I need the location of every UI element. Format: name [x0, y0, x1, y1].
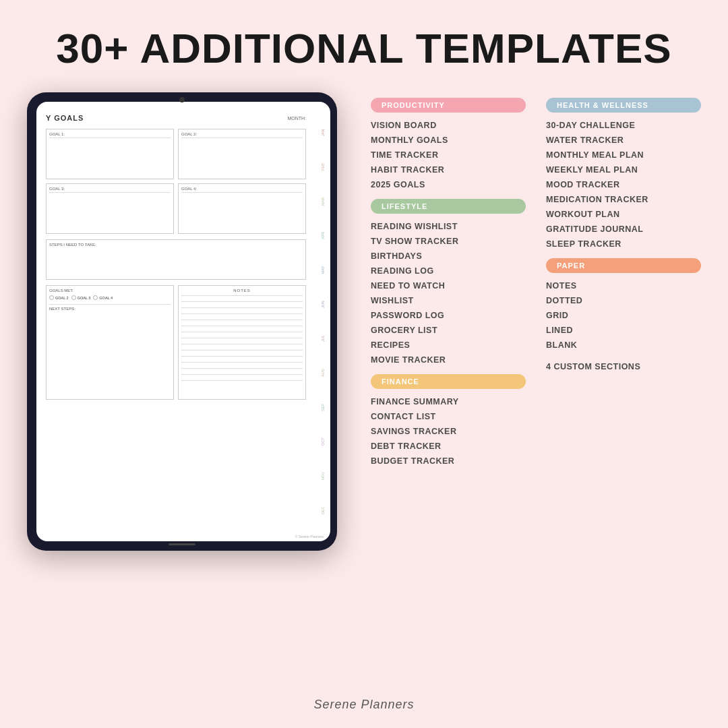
month-tab-jan[interactable]: JAN — [315, 115, 330, 150]
month-tab-may[interactable]: MAY — [315, 253, 330, 287]
template-sleep-tracker: SLEEP TRACKER — [546, 238, 701, 250]
note-line — [181, 344, 303, 344]
goals-met-label: GOALS MET: — [49, 289, 171, 293]
goal-checkboxes: GOAL 2 GOAL 3 GOAL 4 — [49, 295, 171, 300]
templates-col-left: PRODUCTIVITY VISION BOARD MONTHLY GOALS … — [371, 92, 526, 698]
goal3-check-label: GOAL 3 — [78, 296, 91, 300]
circle-check-2 — [49, 295, 54, 300]
circle-check-3 — [71, 295, 76, 300]
template-water-tracker: WATER TRACKER — [546, 134, 701, 146]
goal-label-4: GOAL 4: — [181, 187, 303, 193]
note-line — [181, 307, 303, 308]
month-tab-dec[interactable]: DEC — [315, 493, 330, 528]
note-line — [181, 338, 303, 338]
template-30day-challenge: 30-DAY CHALLENGE — [546, 119, 701, 131]
steps-section: STEPS I NEED TO TAKE: — [46, 239, 306, 280]
tablet-bottom-bar — [169, 543, 195, 545]
template-lined: LINED — [546, 324, 701, 336]
circle-check-4 — [93, 295, 98, 300]
template-gratitude-journal: GRATITUDE JOURNAL — [546, 223, 701, 235]
template-debt-tracker: DEBT TRACKER — [371, 440, 526, 452]
notes-box: NOTES — [178, 285, 306, 400]
month-tab-jun[interactable]: JUN — [315, 287, 330, 322]
template-finance-summary: FINANCE SUMMARY — [371, 396, 526, 408]
template-grid: GRID — [546, 309, 701, 322]
notes-label: NOTES — [181, 289, 303, 293]
template-time-tracker: TIME TRACKER — [371, 149, 526, 161]
note-line — [181, 326, 303, 326]
note-line — [181, 301, 303, 302]
month-tab-mar[interactable]: MAR — [315, 184, 330, 218]
tablet-screen: Y GOALS MONTH: GOAL 1: GOAL 2: GOAL — [36, 102, 330, 541]
month-tab-jul[interactable]: JUL — [315, 322, 330, 356]
productivity-badge: PRODUCTIVITY — [371, 98, 526, 113]
page-wrapper: 30+ ADDITIONAL TEMPLATES Y GOALS MONTH: — [0, 0, 728, 728]
planner-month: MONTH: — [287, 116, 306, 121]
checkbox-goal3: GOAL 3 — [71, 295, 91, 300]
note-line — [181, 362, 303, 363]
notes-lines — [181, 295, 303, 381]
template-reading-wishlist: READING WISHLIST — [371, 220, 526, 233]
template-password-log: PASSWORD LOG — [371, 309, 526, 322]
planner-title: Y GOALS — [46, 114, 84, 122]
goal-box-1: GOAL 1: — [46, 129, 174, 179]
note-line — [181, 320, 303, 320]
note-line — [181, 350, 303, 351]
template-notes: NOTES — [546, 280, 701, 292]
template-contact-list: CONTACT LIST — [371, 411, 526, 423]
goal-box-3: GOAL 3: — [46, 183, 174, 234]
goal4-check-label: GOAL 4 — [99, 296, 113, 300]
template-dotted: DOTTED — [546, 295, 701, 307]
next-steps-label: NEXT STEPS: — [49, 304, 171, 311]
note-line — [181, 313, 303, 314]
note-line — [181, 295, 303, 296]
watermark: © Serene Planners — [295, 535, 326, 539]
template-birthdays: BIRTHDAYS — [371, 250, 526, 262]
lifestyle-badge: LIFESTYLE — [371, 199, 526, 214]
custom-sections: 4 CUSTOM SECTIONS — [546, 362, 701, 371]
footer-brand: Serene Planners — [313, 698, 414, 712]
goal-label-3: GOAL 3: — [49, 187, 171, 193]
template-monthly-meal-plan: MONTHLY MEAL PLAN — [546, 149, 701, 161]
checkbox-goal2: GOAL 2 — [49, 295, 69, 300]
templates-col-right: HEALTH & WELLNESS 30-DAY CHALLENGE WATER… — [546, 92, 701, 698]
note-line — [181, 374, 303, 375]
template-grocery-list: GROCERY LIST — [371, 324, 526, 336]
template-tv-show-tracker: TV SHOW TRACKER — [371, 235, 526, 247]
content-area: Y GOALS MONTH: GOAL 1: GOAL 2: GOAL — [0, 92, 728, 698]
month-tab-apr[interactable]: APR — [315, 218, 330, 253]
goal-label-2: GOAL 2: — [181, 132, 303, 138]
note-line — [181, 380, 303, 381]
bottom-section: GOALS MET: GOAL 2 GOAL 3 — [46, 285, 306, 400]
template-budget-tracker: BUDGET TRACKER — [371, 455, 526, 467]
tablet-outer: Y GOALS MONTH: GOAL 1: GOAL 2: GOAL — [27, 92, 337, 551]
planner-header: Y GOALS MONTH: — [46, 114, 306, 122]
template-medication-tracker: MEDICATION TRACKER — [546, 193, 701, 206]
note-line — [181, 332, 303, 332]
note-line — [181, 356, 303, 357]
template-vision-board: VISION BOARD — [371, 119, 526, 131]
goal2-check-label: GOAL 2 — [55, 296, 69, 300]
template-2025-goals: 2025 GOALS — [371, 179, 526, 191]
health-wellness-badge: HEALTH & WELLNESS — [546, 98, 701, 113]
paper-badge: PAPER — [546, 258, 701, 273]
goal-box-4: GOAL 4: — [178, 183, 306, 234]
month-tab-nov[interactable]: NOV — [315, 459, 330, 493]
goals-grid: GOAL 1: GOAL 2: GOAL 3: GOAL 4: — [46, 129, 306, 234]
note-line — [181, 368, 303, 369]
month-tab-feb[interactable]: FEB — [315, 150, 330, 184]
template-monthly-goals: MONTHLY GOALS — [371, 134, 526, 146]
template-savings-tracker: SAVINGS TRACKER — [371, 425, 526, 437]
goal-box-2: GOAL 2: — [178, 129, 306, 179]
month-tab-sep[interactable]: SEP — [315, 390, 330, 425]
goal-label-1: GOAL 1: — [49, 132, 171, 138]
template-movie-tracker: MOVIE TRACKER — [371, 354, 526, 366]
month-tabs: JAN FEB MAR APR MAY JUN JUL AUG SEP OCT … — [315, 102, 330, 541]
goals-met-box: GOALS MET: GOAL 2 GOAL 3 — [46, 285, 174, 400]
tablet-section: Y GOALS MONTH: GOAL 1: GOAL 2: GOAL — [27, 92, 351, 698]
month-tab-oct[interactable]: OCT — [315, 425, 330, 459]
steps-label: STEPS I NEED TO TAKE: — [49, 243, 303, 247]
finance-badge: FINANCE — [371, 374, 526, 389]
month-tab-aug[interactable]: AUG — [315, 356, 330, 390]
tablet-camera — [179, 97, 185, 102]
